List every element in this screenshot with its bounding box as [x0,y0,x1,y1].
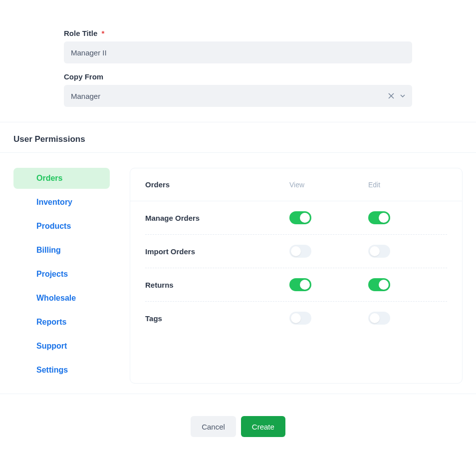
permission-row: Import Orders [145,235,447,268]
permission-row: Returns [145,268,447,302]
nav-item-support[interactable]: Support [13,336,110,357]
cancel-button[interactable]: Cancel [191,416,236,437]
nav-item-products[interactable]: Products [13,216,110,237]
permissions-header: User Permissions [0,122,476,153]
permission-row: Manage Orders [145,201,447,235]
role-title-input[interactable] [64,41,412,63]
permissions-card-header: Orders View Edit [130,168,462,201]
permission-col-view [289,245,368,258]
nav-item-inventory[interactable]: Inventory [13,192,110,213]
permission-col-edit [368,245,447,258]
copy-from-value: Manager [71,92,100,100]
footer: Cancel Create [0,394,476,459]
copy-from-select[interactable]: Manager [64,85,412,107]
permission-col-edit [368,211,447,224]
role-title-label-text: Role Title [64,29,97,37]
permissions-panel-title: Orders [145,180,289,189]
copy-from-select-wrapper: Manager [64,85,412,107]
permissions-title: User Permissions [13,134,463,144]
role-title-group: Role Title * [64,29,412,63]
clear-icon[interactable] [388,93,394,99]
permission-label: Tags [145,314,289,323]
permission-label: Manage Orders [145,214,289,222]
permission-rows: Manage OrdersImport OrdersReturnsTags [130,201,462,335]
permission-col-view [289,278,368,291]
toggle-view[interactable] [289,245,311,258]
nav-item-wholesale[interactable]: Wholesale [13,288,110,309]
create-button[interactable]: Create [241,416,285,437]
toggle-edit[interactable] [368,278,390,291]
role-title-label: Role Title * [64,29,104,37]
toggle-knob [370,313,380,323]
col-header-edit: Edit [368,181,447,189]
permissions-nav: OrdersInventoryProductsBillingProjectsWh… [13,168,110,384]
toggle-knob [370,246,380,256]
toggle-knob [379,280,389,290]
permission-col-view [289,312,368,325]
permission-col-edit [368,278,447,291]
nav-item-settings[interactable]: Settings [13,360,110,381]
toggle-view[interactable] [289,278,311,291]
toggle-knob [300,280,310,290]
toggle-knob [291,246,301,256]
nav-item-billing[interactable]: Billing [13,240,110,261]
copy-from-label: Copy From [64,72,103,81]
copy-from-group: Copy From Manager [64,72,412,107]
toggle-edit[interactable] [368,211,390,224]
toggle-knob [300,213,310,223]
permission-label: Import Orders [145,247,289,256]
permissions-body: OrdersInventoryProductsBillingProjectsWh… [0,153,476,394]
toggle-knob [291,313,301,323]
toggle-view[interactable] [289,211,311,224]
permissions-card: Orders View Edit Manage OrdersImport Ord… [130,168,463,384]
toggle-edit[interactable] [368,245,390,258]
toggle-knob [379,213,389,223]
nav-item-projects[interactable]: Projects [13,264,110,285]
nav-item-orders[interactable]: Orders [13,168,110,189]
col-header-view: View [289,181,368,189]
permission-col-edit [368,312,447,325]
permission-col-view [289,211,368,224]
toggle-view[interactable] [289,312,311,325]
toggle-edit[interactable] [368,312,390,325]
chevron-down-icon[interactable] [399,92,406,99]
select-icons [388,92,406,99]
required-asterisk: * [101,29,104,37]
permission-label: Returns [145,281,289,289]
role-form-section: Role Title * Copy From Manager [0,0,476,122]
permission-row: Tags [145,302,447,335]
nav-item-reports[interactable]: Reports [13,312,110,333]
